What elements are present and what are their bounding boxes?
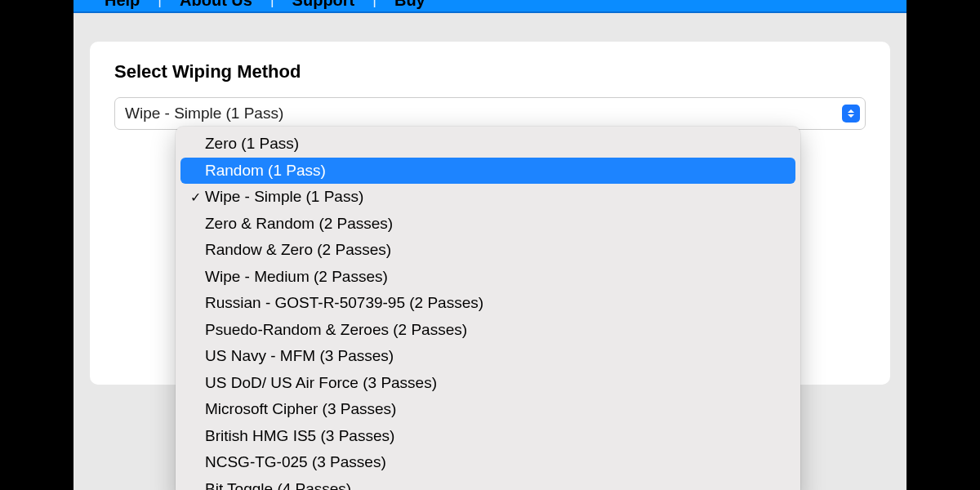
dropdown-option-label: US DoD/ US Air Force (3 Passes)	[203, 374, 437, 392]
menu-separator: |	[259, 0, 286, 7]
dropdown-option-label: Microsoft Cipher (3 Passes)	[203, 400, 396, 418]
menu-about-us[interactable]: About Us	[173, 0, 259, 8]
dropdown-option-label: Russian - GOST-R-50739-95 (2 Passes)	[203, 294, 483, 312]
dropdown-option[interactable]: Psuedo-Random & Zeroes (2 Passes)	[180, 317, 795, 344]
dropdown-option-label: Zero & Random (2 Passes)	[203, 215, 393, 233]
menu-buy[interactable]: Buy	[388, 0, 432, 8]
dropdown-option-label: Psuedo-Random & Zeroes (2 Passes)	[203, 321, 467, 339]
section-title: Select Wiping Method	[114, 61, 866, 82]
wiping-method-select[interactable]: Wipe - Simple (1 Pass)	[114, 97, 866, 130]
dropdown-option[interactable]: NCSG-TG-025 (3 Passes)	[180, 449, 795, 476]
menu-bar: Help | About Us | Support | Buy	[74, 0, 906, 13]
dropdown-option[interactable]: Random (1 Pass)	[180, 158, 795, 185]
check-icon: ✓	[187, 189, 203, 205]
menu-help[interactable]: Help	[98, 0, 146, 8]
dropdown-option-label: Wipe - Medium (2 Passes)	[203, 268, 388, 286]
dropdown-option-label: Zero (1 Pass)	[203, 135, 299, 153]
dropdown-option[interactable]: US DoD/ US Air Force (3 Passes)	[180, 370, 795, 397]
chevron-down-icon	[848, 114, 854, 118]
menu-separator: |	[361, 0, 388, 7]
menu-support[interactable]: Support	[286, 0, 362, 8]
dropdown-option-label: US Navy - MFM (3 Passes)	[203, 347, 394, 365]
dropdown-option[interactable]: US Navy - MFM (3 Passes)	[180, 343, 795, 370]
dropdown-option[interactable]: ✓Wipe - Simple (1 Pass)	[180, 184, 795, 211]
dropdown-option[interactable]: British HMG IS5 (3 Passes)	[180, 423, 795, 450]
dropdown-option-label: Wipe - Simple (1 Pass)	[203, 188, 363, 206]
dropdown-option-label: British HMG IS5 (3 Passes)	[203, 427, 394, 445]
dropdown-option[interactable]: Randow & Zero (2 Passes)	[180, 237, 795, 264]
wiping-method-dropdown[interactable]: Zero (1 Pass)Random (1 Pass)✓Wipe - Simp…	[176, 127, 800, 490]
dropdown-option-label: Randow & Zero (2 Passes)	[203, 241, 391, 259]
dropdown-option[interactable]: Zero (1 Pass)	[180, 131, 795, 158]
dropdown-option-label: Bit Toggle (4 Passes)	[203, 480, 351, 490]
select-value: Wipe - Simple (1 Pass)	[125, 105, 283, 122]
dropdown-option[interactable]: Microsoft Cipher (3 Passes)	[180, 396, 795, 423]
dropdown-option[interactable]: Bit Toggle (4 Passes)	[180, 476, 795, 491]
select-stepper-icon	[842, 105, 860, 122]
app-window: Help | About Us | Support | Buy Select W…	[74, 0, 906, 490]
dropdown-option[interactable]: Wipe - Medium (2 Passes)	[180, 264, 795, 291]
dropdown-option[interactable]: Russian - GOST-R-50739-95 (2 Passes)	[180, 290, 795, 317]
menu-separator: |	[146, 0, 173, 7]
dropdown-option-label: NCSG-TG-025 (3 Passes)	[203, 453, 386, 471]
dropdown-option-label: Random (1 Pass)	[203, 162, 326, 180]
dropdown-option[interactable]: Zero & Random (2 Passes)	[180, 211, 795, 238]
chevron-up-icon	[848, 109, 854, 113]
